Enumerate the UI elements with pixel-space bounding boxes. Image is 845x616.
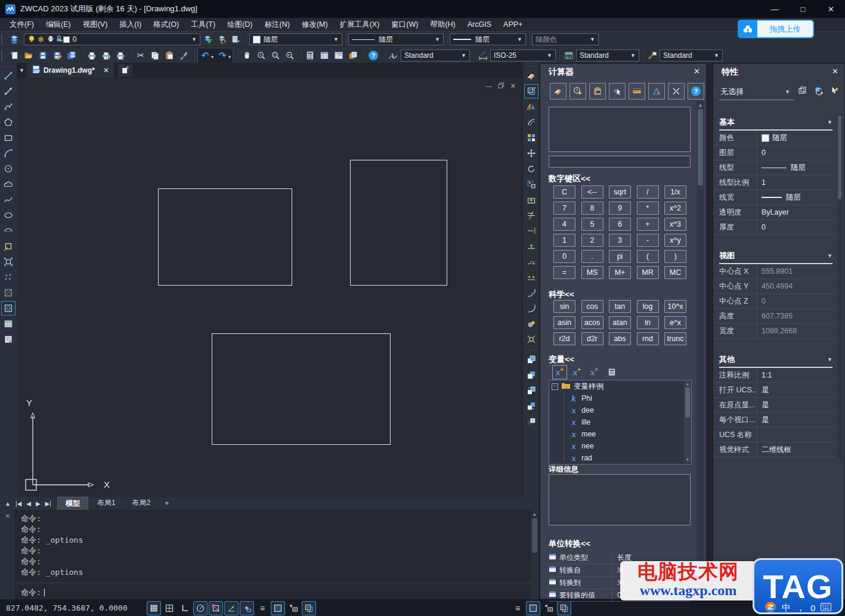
drawn-rectangle-2[interactable] (350, 160, 447, 286)
lineweight-display-toggle[interactable]: ≡ (255, 601, 270, 615)
calc-key-4[interactable]: 4 (553, 218, 575, 231)
point-tool-button[interactable] (1, 270, 16, 284)
calc-key--[interactable]: - (637, 234, 659, 247)
sci-key-ln[interactable]: ln (637, 316, 659, 329)
command-window-grip[interactable]: ✕ (0, 510, 16, 599)
plot-preview-button[interactable] (99, 48, 113, 63)
menu-item-7[interactable]: 绘图(D) (221, 18, 258, 31)
get-point-button[interactable] (609, 83, 626, 100)
get-angle-button[interactable] (648, 83, 665, 100)
calc-key-9[interactable]: 9 (609, 202, 631, 215)
zoom-realtime-button[interactable] (254, 48, 268, 63)
send-under-objects-tool-button[interactable] (524, 399, 538, 413)
collapse-icon[interactable]: ▼ (827, 253, 832, 259)
linetype-combo[interactable]: 随层 ▼ (348, 33, 444, 45)
object-snap-toggle[interactable] (209, 601, 223, 615)
variables-section-label[interactable]: 变量<< (549, 354, 574, 365)
spline-tool-button[interactable] (1, 193, 16, 207)
calc-key-MC[interactable]: MC (664, 266, 686, 279)
scrollbar-thumb[interactable] (698, 109, 703, 185)
variable-item[interactable]: xnee (549, 440, 691, 452)
new-document-tab-button[interactable] (118, 64, 132, 76)
rectangle-tool-button[interactable] (1, 131, 16, 145)
send-to-back-tool-button[interactable] (524, 368, 538, 382)
menu-item-14[interactable]: APP+ (497, 19, 528, 30)
calc-key-)[interactable]: ) (664, 250, 686, 263)
calc-key-<--[interactable]: <-- (581, 185, 603, 199)
property-value[interactable]: 是 (757, 415, 836, 425)
calc-key-8[interactable]: 8 (581, 202, 603, 215)
tab-list-icon[interactable]: ▼ (19, 67, 24, 73)
properties-scrollbar[interactable] (837, 114, 842, 459)
undo-dropdown-icon[interactable]: ▾ (211, 54, 213, 60)
design-center-button[interactable] (332, 48, 346, 63)
unit-row-label[interactable]: 要转换的值 (549, 590, 612, 600)
property-value[interactable]: 随层 (757, 133, 836, 143)
xline-tool-button[interactable] (1, 84, 16, 98)
make-block-tool-button[interactable] (1, 255, 16, 269)
chevron-down-icon[interactable]: ▼ (330, 36, 339, 42)
hatch-tool-button[interactable] (1, 286, 16, 300)
menu-item-2[interactable]: 编辑(E) (40, 18, 77, 31)
property-value[interactable]: 二维线框 (757, 445, 836, 455)
paste-to-command-line-button[interactable] (589, 83, 606, 100)
unit-row-label[interactable]: 转换到 (549, 578, 612, 588)
zoom-window-button[interactable] (268, 48, 283, 63)
annotation-lineweight-toggle[interactable]: ≡ (510, 601, 525, 615)
chevron-down-icon[interactable]: ▼ (785, 89, 790, 95)
redo-button[interactable]: ↷ (215, 48, 230, 63)
color-combo[interactable]: 随层 ▼ (249, 33, 342, 45)
ime-mode-indicator[interactable]: 中 (782, 602, 791, 614)
calc-key-([interactable]: ( (637, 250, 659, 263)
cut-button[interactable]: ✂ (134, 48, 148, 63)
sci-key-asin[interactable]: asin (553, 316, 575, 329)
join-tool-button[interactable] (524, 270, 538, 284)
delete-variable-button[interactable]: x× (587, 365, 602, 379)
calculator-variable-button[interactable] (604, 365, 619, 379)
calc-key-+[interactable]: + (637, 218, 659, 231)
drawn-rectangle-1[interactable] (158, 188, 292, 286)
break-at-point-tool-button[interactable] (524, 239, 538, 253)
chevron-down-icon[interactable]: ▼ (458, 52, 466, 58)
calc-key-=[interactable]: = (553, 266, 575, 279)
polygon-tool-button[interactable] (1, 115, 16, 129)
close-icon[interactable]: ✕ (817, 0, 845, 18)
calc-key-x^y[interactable]: x^y (664, 234, 686, 247)
command-close-icon[interactable]: ✕ (0, 512, 15, 520)
transparency-toggle[interactable] (271, 601, 285, 615)
object-snap-tracking-toggle[interactable] (224, 601, 239, 615)
add-annotation-scales-toggle[interactable] (541, 601, 556, 615)
property-value[interactable]: 0 (757, 148, 836, 157)
quick-calculator-button[interactable] (303, 48, 317, 63)
circle-tool-button[interactable] (1, 162, 16, 176)
variable-item[interactable]: xrad (549, 452, 691, 464)
dynamic-input-toggle[interactable] (240, 601, 254, 615)
ellipse-tool-button[interactable] (1, 208, 16, 222)
insert-block-tool-button[interactable] (1, 239, 16, 253)
prev-tab-icon[interactable]: ◀ (26, 500, 31, 507)
calc-key-sqrt[interactable]: sqrt (609, 185, 631, 199)
chevron-down-icon[interactable]: ▼ (627, 52, 636, 58)
ellipse-arc-tool-button[interactable] (1, 224, 16, 238)
ime-logo-icon[interactable] (764, 601, 776, 615)
menu-item-5[interactable]: 格式(O) (147, 18, 185, 31)
next-tab-icon[interactable]: ▶ (36, 500, 41, 507)
sci-key-log[interactable]: log (637, 300, 659, 313)
get-distance-button[interactable] (629, 83, 645, 100)
scrollbar-thumb[interactable] (685, 388, 690, 417)
variable-item[interactable]: xdee (549, 404, 691, 416)
table-style-combo[interactable]: Standard ▼ (576, 49, 639, 61)
toolbar-grip[interactable] (1, 49, 5, 61)
command-prompt[interactable]: 命令: (21, 587, 45, 598)
tab-close-icon[interactable]: ✕ (103, 66, 109, 75)
calc-key-MS[interactable]: MS (581, 266, 603, 279)
command-scrollbar[interactable]: ▲ (531, 510, 538, 599)
scale-tool-button[interactable] (524, 177, 538, 191)
calc-key-7[interactable]: 7 (553, 202, 575, 215)
layout-tab-布局2[interactable]: 布局2 (125, 497, 159, 510)
snap-toggle[interactable] (162, 601, 177, 615)
minimize-icon[interactable]: — (761, 0, 789, 18)
last-tab-icon[interactable]: ▶| (45, 500, 51, 507)
ime-punct-indicator[interactable]: ， (796, 602, 805, 614)
sci-key-trunc[interactable]: trunc (664, 332, 686, 345)
